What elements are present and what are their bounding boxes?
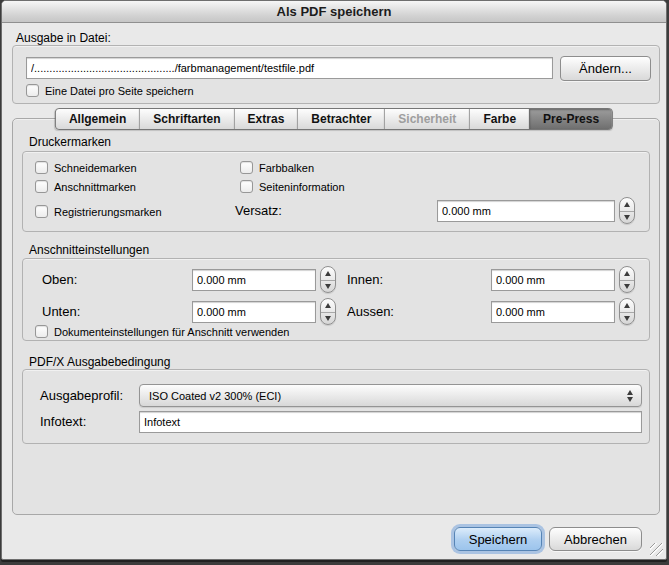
versatz-label: Versatz: [235, 203, 282, 218]
oben-label: Oben: [42, 272, 77, 287]
checkbox-label: Schneidemarken [54, 162, 137, 174]
output-profile-select[interactable]: ISO Coated v2 300% (ECI) [139, 384, 642, 407]
checkbox-label: Anschnittmarken [54, 181, 136, 193]
save-button[interactable]: Speichern [454, 527, 542, 551]
registrierungsmarken-checkbox[interactable]: Registrierungsmarken [35, 205, 162, 218]
checkbox-label: Registrierungsmarken [54, 206, 162, 218]
tab-sicherheit: Sicherheit [384, 109, 469, 129]
oben-field[interactable] [192, 269, 316, 291]
checkbox-box [240, 161, 253, 174]
change-path-button[interactable]: Ändern... [560, 56, 651, 81]
stepper-down-icon[interactable] [620, 280, 634, 293]
tab-farbe[interactable]: Farbe [469, 109, 529, 129]
one-file-per-page-checkbox[interactable]: Eine Datei pro Seite speichern [26, 84, 194, 97]
versatz-field[interactable] [437, 200, 615, 222]
checkbox-box [35, 205, 48, 218]
aussen-label: Aussen: [347, 304, 394, 319]
stepper-up-icon[interactable] [620, 198, 634, 211]
printer-marks-section-label: Druckermarken [29, 135, 111, 149]
tab-extras[interactable]: Extras [234, 109, 298, 129]
oben-stepper[interactable] [320, 266, 336, 293]
output-section-label: Ausgabe in Datei: [16, 31, 111, 45]
unten-stepper[interactable] [320, 298, 336, 325]
stepper-up-icon[interactable] [321, 267, 335, 280]
seiteninformation-checkbox[interactable]: Seiteninformation [240, 180, 345, 193]
tab-allgemein[interactable]: Allgemein [56, 109, 139, 129]
checkbox-box [240, 180, 253, 193]
ausgabeprofil-label: Ausgabeprofil: [40, 388, 123, 403]
save-as-pdf-dialog: Als PDF speichern Ausgabe in Datei: Ände… [1, 0, 667, 560]
unten-field[interactable] [192, 301, 316, 323]
bleed-section-label: Anschnitteinstellungen [29, 243, 149, 257]
tab-betrachter[interactable]: Betrachter [297, 109, 384, 129]
popup-arrows-icon [623, 390, 641, 402]
stepper-down-icon[interactable] [620, 312, 634, 325]
innen-stepper[interactable] [619, 266, 635, 293]
tab-bar: Allgemein Schriftarten Extras Betrachter… [55, 108, 613, 130]
resize-grip[interactable] [650, 543, 663, 556]
infotext-field[interactable] [139, 411, 642, 433]
innen-label: Innen: [347, 272, 383, 287]
stepper-up-icon[interactable] [620, 267, 634, 280]
infotext-label: Infotext: [40, 414, 86, 429]
stepper-up-icon[interactable] [321, 299, 335, 312]
checkbox-label: Farbbalken [259, 162, 314, 174]
output-profile-value: ISO Coated v2 300% (ECI) [140, 390, 623, 402]
use-document-settings-checkbox[interactable]: Dokumenteinstellungen für Anschnitt verw… [35, 325, 289, 338]
stepper-down-icon[interactable] [620, 211, 634, 224]
checkbox-label: Dokumenteinstellungen für Anschnitt verw… [54, 326, 289, 338]
innen-field[interactable] [491, 269, 615, 291]
title-bar[interactable]: Als PDF speichern [2, 1, 666, 23]
schneidemarken-checkbox[interactable]: Schneidemarken [35, 161, 137, 174]
checkbox-box [26, 84, 39, 97]
aussen-field[interactable] [491, 301, 615, 323]
cancel-button[interactable]: Abbrechen [549, 527, 642, 551]
aussen-stepper[interactable] [619, 298, 635, 325]
output-path-field[interactable] [26, 57, 553, 79]
checkbox-box [35, 161, 48, 174]
stepper-down-icon[interactable] [321, 280, 335, 293]
unten-label: Unten: [42, 304, 80, 319]
checkbox-label: Eine Datei pro Seite speichern [45, 85, 194, 97]
stepper-down-icon[interactable] [321, 312, 335, 325]
stepper-up-icon[interactable] [620, 299, 634, 312]
checkbox-label: Seiteninformation [259, 181, 345, 193]
pdfx-section-label: PDF/X Ausgabebedingung [29, 355, 170, 369]
checkbox-box [35, 180, 48, 193]
farbbalken-checkbox[interactable]: Farbbalken [240, 161, 314, 174]
versatz-stepper[interactable] [619, 197, 635, 224]
anschnittmarken-checkbox[interactable]: Anschnittmarken [35, 180, 136, 193]
checkbox-box [35, 325, 48, 338]
tab-schriftarten[interactable]: Schriftarten [139, 109, 233, 129]
tab-pre-press[interactable]: Pre-Press [529, 109, 612, 129]
dialog-title: Als PDF speichern [277, 4, 392, 19]
